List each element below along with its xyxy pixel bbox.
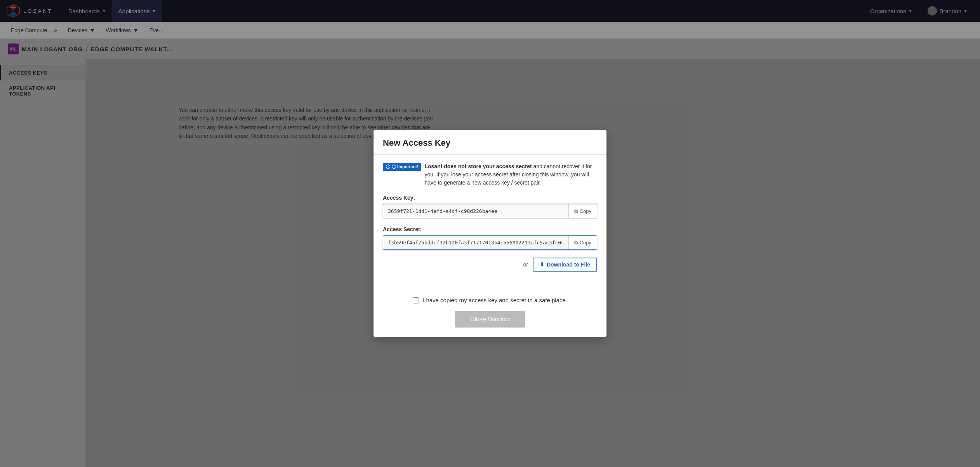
access-key-input-wrapper: ⧉ Copy xyxy=(383,204,597,218)
download-to-file-button[interactable]: ⬇ Download to File xyxy=(533,258,597,272)
modal-title: New Access Key xyxy=(383,138,597,148)
close-window-button[interactable]: Close Window xyxy=(455,311,525,328)
confirm-section: I have copied my access key and secret t… xyxy=(374,289,606,337)
info-icon: ⓘ xyxy=(386,164,390,170)
download-row: or ⬇ Download to File xyxy=(383,258,597,272)
access-secret-input[interactable] xyxy=(383,236,568,249)
access-key-label: Access Key: xyxy=(383,195,597,201)
important-text: Losant does not store your access secret… xyxy=(424,162,597,187)
access-key-field-group: Access Key: ⧉ Copy xyxy=(383,195,597,218)
confirm-label: I have copied my access key and secret t… xyxy=(423,297,567,303)
access-secret-field-group: Access Secret: ⧉ Copy xyxy=(383,226,597,250)
important-badge: ⓘ ⓘ Important! xyxy=(383,163,421,171)
or-text: or xyxy=(523,261,528,268)
modal-divider xyxy=(374,281,606,281)
modal-header: New Access Key xyxy=(374,130,606,155)
access-secret-input-wrapper: ⧉ Copy xyxy=(383,235,597,250)
copy-icon: ⧉ xyxy=(574,208,578,214)
copy-secret-icon: ⧉ xyxy=(574,240,578,246)
access-secret-copy-button[interactable]: ⧉ Copy xyxy=(568,236,597,249)
new-access-key-modal: New Access Key ⓘ ⓘ Important! Losant doe… xyxy=(374,130,606,337)
confirm-checkbox[interactable] xyxy=(413,297,419,303)
download-icon: ⬇ xyxy=(540,261,544,268)
access-key-input[interactable] xyxy=(383,204,568,218)
important-banner: ⓘ ⓘ Important! Losant does not store you… xyxy=(383,162,597,187)
modal-backdrop: New Access Key ⓘ ⓘ Important! Losant doe… xyxy=(0,0,980,467)
modal-body: ⓘ ⓘ Important! Losant does not store you… xyxy=(374,155,606,281)
access-secret-label: Access Secret: xyxy=(383,226,597,232)
confirm-checkbox-row: I have copied my access key and secret t… xyxy=(383,297,597,303)
access-key-copy-button[interactable]: ⧉ Copy xyxy=(568,204,597,218)
